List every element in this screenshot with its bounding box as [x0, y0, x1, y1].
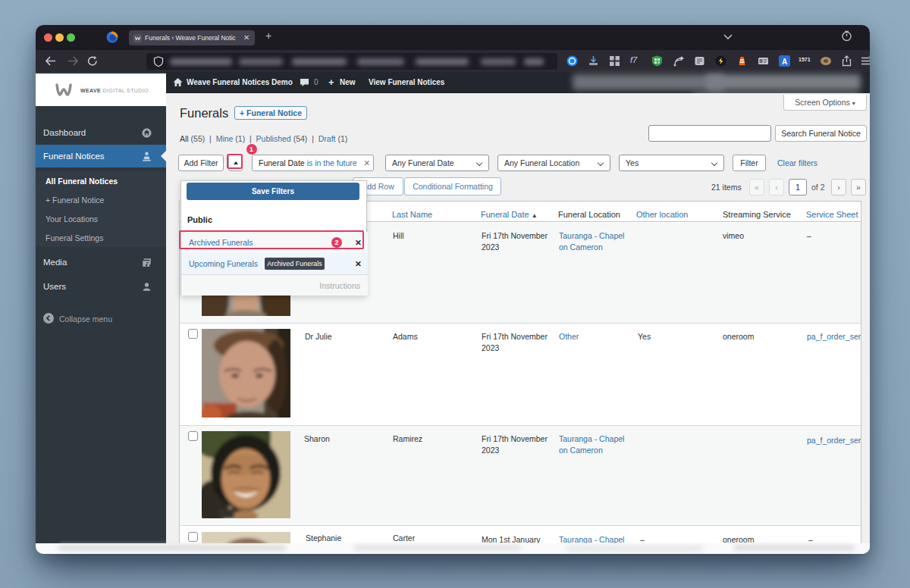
svg-text:A: A [782, 58, 787, 66]
